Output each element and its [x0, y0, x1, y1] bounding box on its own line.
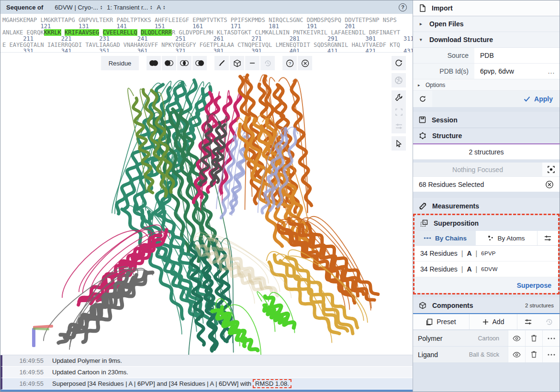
superposition-section-header[interactable]: Superposition — [414, 215, 558, 231]
focus-row: Nothing Focused — [413, 163, 560, 176]
screenshot-icon[interactable] — [392, 73, 406, 87]
delete-trash-icon[interactable] — [525, 347, 542, 362]
chevron-updown-icon: ▴▾ — [163, 5, 165, 10]
superposition-entry[interactable]: 34 Residues | A | 6DVW — [414, 261, 558, 277]
apply-button[interactable]: Apply — [432, 91, 560, 107]
visibility-eye-icon[interactable] — [508, 330, 525, 346]
rmsd-value-annotated: RMSD 1.08. — [253, 379, 291, 388]
structure-dropdown[interactable]: 6DVW | Cryo-... ▴▾ — [55, 4, 102, 11]
chevron-updown-icon: ▴▾ — [101, 5, 102, 10]
open-files-row[interactable]: ▸ Open Files — [413, 16, 560, 32]
apply-row: Apply — [413, 91, 560, 107]
download-structure-row[interactable]: ▾ Download Structure — [413, 32, 560, 48]
more-options-icon[interactable] — [542, 330, 560, 346]
protein-structure-render[interactable] — [0, 53, 413, 355]
measurements-section-header[interactable]: Measurements — [413, 198, 560, 214]
expand-icon[interactable] — [392, 105, 406, 119]
structures-count-row[interactable]: 2 structures — [413, 144, 560, 160]
plus-icon — [482, 319, 489, 325]
document-icon — [419, 4, 426, 12]
brush-icon[interactable] — [214, 56, 229, 70]
superpose-button[interactable]: Superpose — [414, 277, 558, 293]
select-difference-icon[interactable] — [192, 56, 207, 70]
log-message: Superposed [34 Residues | A | 6PVP] and … — [52, 380, 251, 387]
controls-wrench-icon[interactable] — [392, 90, 406, 105]
superposition-entry[interactable]: 34 Residues | A | 6PVP — [414, 246, 558, 261]
sequence-header-bar: Sequence of 6DVW | Cryo-... ▴▾ 1: Transi… — [0, 0, 413, 14]
superposition-icon — [420, 219, 428, 227]
dismiss-toolbar-icon[interactable] — [298, 56, 312, 70]
components-count: 2 structures — [525, 303, 554, 308]
delete-trash-icon[interactable] — [525, 330, 542, 346]
source-field-row: Source PDB — [413, 48, 560, 64]
source-label: Source — [413, 48, 474, 63]
selection-status-row: 68 Residues Selected — [413, 176, 560, 192]
model-dropdown[interactable]: 1: Transient r... ▴▾ — [107, 4, 152, 11]
superposition-tabs: By Chains By Atoms — [414, 231, 558, 246]
session-section-header[interactable]: Session — [413, 112, 560, 128]
granularity-dropdown[interactable]: Residue — [101, 56, 139, 70]
tab-by-atoms[interactable]: By Atoms — [476, 231, 537, 245]
pdbid-label: PDB Id(s) — [413, 64, 474, 79]
cursor-mode-icon[interactable] — [392, 136, 406, 151]
chevron-updown-icon: ▴▾ — [150, 5, 152, 10]
components-cube-icon — [419, 302, 426, 309]
atoms-icon — [488, 235, 493, 241]
chain-dropdown[interactable]: A ▴▾ — [157, 4, 165, 11]
add-component-button[interactable]: Add — [470, 314, 517, 329]
check-icon — [524, 96, 530, 102]
viewer-column: Sequence of 6DVW | Cryo-... ▴▾ 1: Transi… — [0, 0, 413, 392]
component-row-polymer: Polymer Cartoon — [413, 330, 560, 346]
component-polymer[interactable]: Polymer Cartoon — [413, 330, 508, 346]
settings-sliders-icon[interactable] — [392, 119, 406, 133]
components-history-icon[interactable] — [538, 314, 560, 329]
options-toggle-row[interactable]: ▸ Options — [413, 79, 560, 91]
component-row-ligand: Ligand Ball & Stick — [413, 347, 560, 362]
components-section-header[interactable]: Components 2 structures — [413, 297, 560, 313]
sequence-viewer[interactable]: MGAHSKEMAP LMGKRTTAPG GNPVVLTEKR PADLTPT… — [0, 14, 413, 52]
focus-target-icon[interactable] — [542, 163, 560, 176]
minus-icon[interactable] — [245, 56, 259, 70]
measure-icon — [419, 202, 426, 210]
svg-text:?: ? — [289, 61, 291, 66]
molstar-app: Sequence of 6DVW | Cryo-... ▴▾ 1: Transi… — [0, 0, 560, 392]
viewport-3d[interactable]: Residue ? — [0, 52, 413, 355]
log-row: 16:49:55 Updated Cartoon in 230ms. — [0, 367, 413, 378]
component-ligand[interactable]: Ligand Ball & Stick — [413, 347, 508, 362]
structure-section-header[interactable]: Structure — [413, 128, 560, 143]
log-timestamp: 16:49:55 — [2, 380, 52, 387]
pdbid-more-button[interactable]: ... — [543, 64, 560, 79]
toolbar-help-icon[interactable]: ? — [282, 56, 297, 70]
viewport-controls-rail — [392, 56, 406, 151]
visibility-eye-icon[interactable] — [508, 347, 525, 362]
help-icon[interactable]: ? — [399, 3, 407, 11]
select-intersect-icon[interactable] — [177, 56, 191, 70]
select-union-icon[interactable] — [146, 56, 161, 70]
components-options-icon[interactable] — [517, 314, 538, 329]
bottom-accent-bar — [0, 390, 413, 392]
log-timestamp: 16:49:55 — [2, 357, 52, 364]
history-icon[interactable] — [260, 56, 275, 70]
cube-icon[interactable] — [230, 56, 244, 70]
focus-placeholder: Nothing Focused — [413, 163, 542, 176]
chains-icon — [424, 236, 431, 240]
select-subtract-icon[interactable] — [162, 56, 176, 70]
preset-button[interactable]: Preset — [413, 314, 470, 329]
components-actions-row: Preset Add — [413, 314, 560, 330]
bookmark-icon — [426, 318, 433, 326]
pdbid-input[interactable]: 6pvp, 6dvw — [474, 64, 543, 79]
control-panel: Import ▸ Open Files ▾ Download Structure… — [413, 0, 560, 392]
superposition-options-icon[interactable] — [537, 231, 558, 245]
log-panel: 16:49:55 Updated Polymer in 9ms. 16:49:5… — [0, 355, 413, 390]
collapsed-arrow-icon: ▸ — [418, 83, 422, 87]
clear-selection-icon[interactable] — [545, 180, 554, 189]
import-section-header[interactable]: Import — [413, 0, 560, 16]
more-options-icon[interactable] — [542, 347, 560, 362]
reload-icon[interactable] — [413, 91, 432, 107]
sequence-of-label: Sequence of — [6, 4, 43, 11]
collapsed-arrow-icon: ▸ — [420, 22, 424, 26]
reset-camera-icon[interactable] — [392, 56, 406, 70]
tab-by-chains[interactable]: By Chains — [414, 231, 476, 245]
source-select[interactable]: PDB — [474, 48, 560, 63]
selection-count-text: 68 Residues Selected — [419, 181, 484, 188]
